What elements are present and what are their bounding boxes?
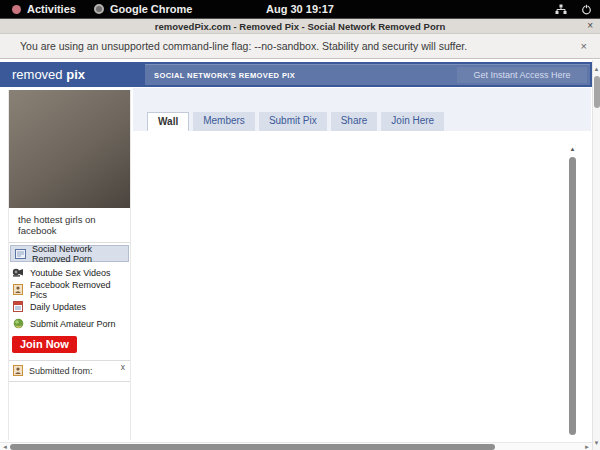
horizontal-scrollbar-thumb[interactable]: [10, 444, 495, 450]
menu-item-label: Submit Amateur Porn: [30, 319, 116, 329]
sidebar: the hottest girls on facebook Social Net…: [8, 90, 131, 440]
menu-item-submit-amateur-porn[interactable]: Submit Amateur Porn: [9, 315, 130, 332]
scroll-left-icon[interactable]: ◄: [2, 443, 8, 450]
join-now-button[interactable]: Join Now: [12, 336, 77, 353]
banner-title: SOCIAL NETWORK'S REMOVED PIX: [154, 71, 295, 80]
menu-item-social-network-removed-porn[interactable]: Social Network Removed Porn: [10, 245, 129, 262]
site-header: removed pix SOCIAL NETWORK'S REMOVED PIX…: [0, 62, 592, 87]
menu-item-youtube-sex-videos[interactable]: Youtube Sex Videos: [9, 264, 130, 281]
menu-item-label: Youtube Sex Videos: [30, 268, 111, 278]
photo-icon: [12, 284, 24, 295]
window-close-icon[interactable]: ×: [587, 21, 593, 31]
menu-item-facebook-removed-pics[interactable]: Facebook Removed Pics: [9, 281, 130, 298]
get-access-button[interactable]: Get Instant Access Here: [457, 67, 587, 83]
video-camera-icon: [12, 267, 24, 278]
photo-icon: [13, 362, 23, 380]
scroll-up-icon[interactable]: ▲: [568, 144, 577, 154]
submitted-close-icon[interactable]: x: [121, 362, 125, 372]
globe-icon: [12, 318, 24, 329]
photo-caption: the hottest girls on facebook: [9, 208, 130, 242]
content-scrollbar-thumb[interactable]: [569, 157, 576, 435]
tab-wall[interactable]: Wall: [147, 112, 189, 131]
tab-submit-pix[interactable]: Submit Pix: [259, 112, 327, 131]
tab-members[interactable]: Members: [193, 112, 255, 131]
submitted-from-label: Submitted from:: [29, 366, 93, 376]
content-scrollbar: ▲: [568, 144, 577, 441]
desktop-top-bar: Activities Google Chrome Aug 30 19:17: [0, 0, 600, 18]
note-icon: [14, 248, 26, 259]
menu-item-label: Daily Updates: [30, 302, 86, 312]
profile-photo-placeholder[interactable]: [9, 90, 130, 208]
page-top-band: Wall Members Submit Pix Share Join Here: [133, 88, 591, 131]
warning-bar: You are using an unsupported command-lin…: [0, 33, 600, 59]
tab-share[interactable]: Share: [331, 112, 378, 131]
window-title-bar: removedPix.com - Removed Pix - Social Ne…: [0, 18, 600, 33]
header-banner: SOCIAL NETWORK'S REMOVED PIX Get Instant…: [145, 64, 590, 85]
clock[interactable]: Aug 30 19:17: [0, 3, 600, 15]
menu-item-label: Social Network Removed Porn: [32, 244, 125, 264]
browser-vertical-scrollbar: ▲ ▼: [592, 60, 600, 450]
scroll-down-icon[interactable]: ▼: [593, 440, 600, 446]
window-title: removedPix.com - Removed Pix - Social Ne…: [0, 21, 600, 32]
site-logo[interactable]: removed pix: [12, 67, 85, 82]
menu-item-label: Facebook Removed Pics: [30, 280, 127, 300]
warning-close-icon[interactable]: ×: [581, 41, 587, 52]
menu-item-daily-updates[interactable]: Daily Updates: [9, 298, 130, 315]
submitted-from-box: Submitted from: x: [9, 360, 130, 382]
network-icon[interactable]: [555, 4, 567, 15]
scroll-right-icon[interactable]: ►: [584, 443, 590, 450]
sidebar-menu: Social Network Removed Porn Youtube Sex …: [9, 242, 130, 332]
power-icon[interactable]: [581, 4, 592, 15]
browser-scrollbar-thumb[interactable]: [594, 76, 600, 108]
warning-message: You are using an unsupported command-lin…: [20, 40, 467, 52]
tab-bar: Wall Members Submit Pix Share Join Here: [147, 112, 444, 131]
scroll-up-icon[interactable]: ▲: [593, 66, 600, 72]
calendar-icon: [12, 301, 24, 312]
browser-horizontal-scrollbar: ◄ ►: [0, 442, 592, 450]
tab-join-here[interactable]: Join Here: [381, 112, 444, 131]
